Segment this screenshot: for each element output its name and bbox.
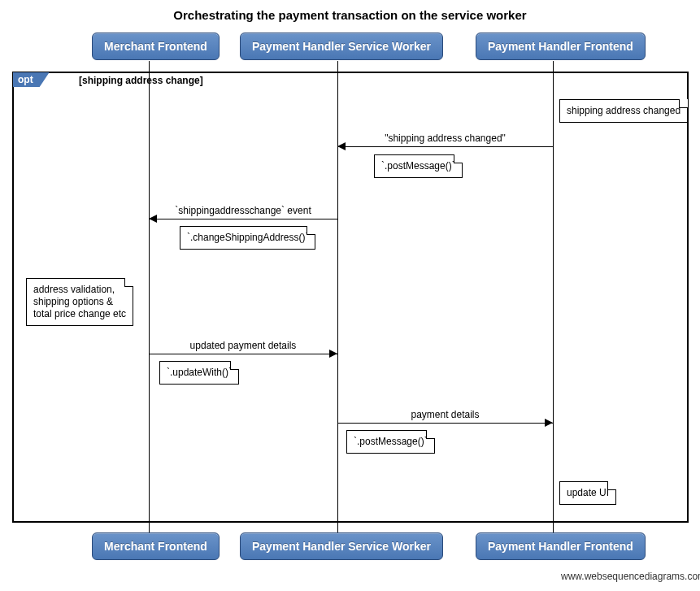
opt-guard: [shipping address change] — [79, 75, 203, 86]
note-update-ui: update UI — [559, 481, 616, 505]
watermark: www.websequencediagrams.com — [561, 571, 700, 582]
participant-merchant-bottom: Merchant Frontend — [92, 532, 220, 560]
msg-updated-details-arrow — [329, 350, 337, 358]
msg-shipping-changed-line — [337, 146, 553, 147]
diagram-title: Orchestrating the payment transaction on… — [0, 0, 700, 28]
msg-updated-details-label: updated payment details — [149, 340, 337, 351]
opt-label: opt — [13, 72, 50, 87]
note-shipping-changed: shipping address changed — [559, 99, 688, 123]
note-post-message-2: `.postMessage()` — [346, 430, 435, 454]
msg-shipping-event-label: `shippingaddresschange` event — [149, 205, 337, 216]
msg-shipping-changed-label: "shipping address changed" — [337, 133, 553, 144]
participant-frontend-top: Payment Handler Frontend — [476, 33, 646, 60]
note-post-message-1: `.postMessage()` — [374, 154, 463, 178]
msg-shipping-event-line — [149, 219, 337, 219]
msg-shipping-changed-arrow — [337, 142, 346, 150]
msg-payment-details-line — [337, 423, 553, 424]
note-update-with: `.updateWith()` — [159, 361, 239, 385]
msg-payment-details-arrow — [545, 419, 553, 427]
participant-merchant-top: Merchant Frontend — [92, 33, 220, 60]
msg-payment-details-label: payment details — [337, 409, 553, 420]
note-change-shipping: `.changeShippingAddress()` — [180, 226, 315, 250]
msg-updated-details-line — [149, 354, 337, 354]
msg-shipping-event-arrow — [149, 215, 157, 223]
participant-worker-top: Payment Handler Service Worker — [240, 33, 443, 60]
note-address-validation: address validation, shipping options & t… — [26, 278, 133, 326]
participant-frontend-bottom: Payment Handler Frontend — [476, 532, 646, 560]
participant-worker-bottom: Payment Handler Service Worker — [240, 532, 443, 560]
